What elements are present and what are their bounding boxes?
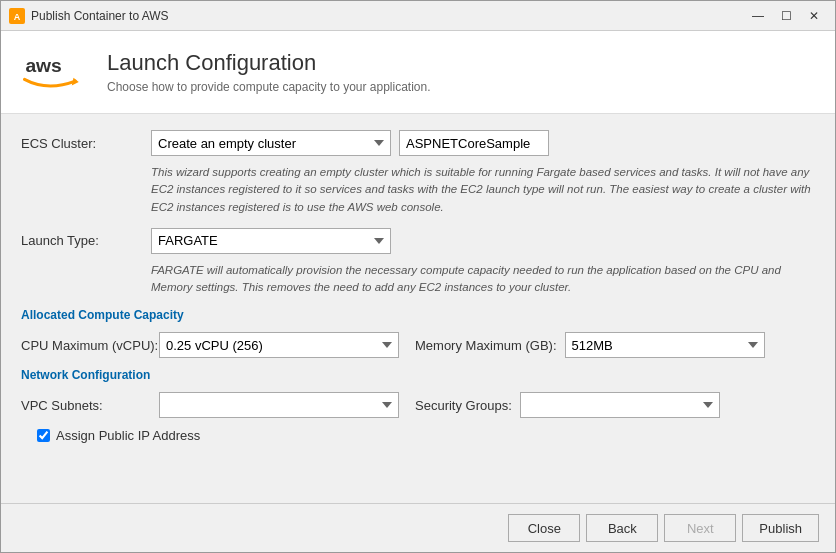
page-subtitle: Choose how to provide compute capacity t… (107, 80, 431, 94)
ecs-cluster-select[interactable]: Create an empty cluster (151, 130, 391, 156)
memory-group: Memory Maximum (GB): 512MB (415, 332, 765, 358)
minimize-button[interactable]: — (745, 6, 771, 26)
memory-select[interactable]: 512MB (565, 332, 765, 358)
ecs-cluster-label: ECS Cluster: (21, 136, 151, 151)
svg-marker-3 (72, 78, 79, 86)
close-button[interactable]: ✕ (801, 6, 827, 26)
launch-type-label: Launch Type: (21, 233, 151, 248)
back-button[interactable]: Back (586, 514, 658, 542)
assign-ip-checkbox[interactable] (37, 429, 50, 442)
sg-group: Security Groups: (415, 392, 720, 418)
content-area: ECS Cluster: Create an empty cluster Thi… (1, 114, 835, 503)
vpc-label: VPC Subnets: (21, 398, 151, 413)
vpc-select[interactable] (159, 392, 399, 418)
fargate-info-text: FARGATE will automatically provision the… (151, 262, 815, 297)
page-title: Launch Configuration (107, 50, 431, 76)
window-controls: — ☐ ✕ (745, 6, 827, 26)
vpc-sg-row: VPC Subnets: Security Groups: (21, 392, 815, 418)
sg-label: Security Groups: (415, 398, 512, 413)
svg-text:aws: aws (25, 55, 61, 76)
close-button[interactable]: Close (508, 514, 580, 542)
maximize-button[interactable]: ☐ (773, 6, 799, 26)
allocated-section-title: Allocated Compute Capacity (21, 308, 815, 322)
main-window: A Publish Container to AWS — ☐ ✕ aws Lau… (0, 0, 836, 553)
next-button[interactable]: Next (664, 514, 736, 542)
cpu-label: CPU Maximum (vCPU): (21, 338, 151, 353)
cpu-memory-row: CPU Maximum (vCPU): 0.25 vCPU (256) Memo… (21, 332, 815, 358)
publish-button[interactable]: Publish (742, 514, 819, 542)
assign-ip-label[interactable]: Assign Public IP Address (56, 428, 200, 443)
ecs-cluster-controls: Create an empty cluster (151, 130, 549, 156)
title-bar: A Publish Container to AWS — ☐ ✕ (1, 1, 835, 31)
sg-select[interactable] (520, 392, 720, 418)
ecs-info-text: This wizard supports creating an empty c… (151, 164, 815, 216)
network-section-title: Network Configuration (21, 368, 815, 382)
header-section: aws Launch Configuration Choose how to p… (1, 31, 835, 114)
header-text: Launch Configuration Choose how to provi… (107, 50, 431, 94)
window-title: Publish Container to AWS (31, 9, 745, 23)
ecs-cluster-row: ECS Cluster: Create an empty cluster (21, 130, 815, 156)
app-icon: A (9, 8, 25, 24)
svg-text:A: A (14, 12, 21, 22)
cpu-select[interactable]: 0.25 vCPU (256) (159, 332, 399, 358)
aws-logo: aws (21, 47, 91, 97)
launch-type-row: Launch Type: FARGATE (21, 228, 815, 254)
memory-label: Memory Maximum (GB): (415, 338, 557, 353)
cpu-group: CPU Maximum (vCPU): 0.25 vCPU (256) (21, 332, 399, 358)
assign-ip-row: Assign Public IP Address (37, 428, 815, 443)
cluster-name-input[interactable] (399, 130, 549, 156)
launch-type-select[interactable]: FARGATE (151, 228, 391, 254)
vpc-group: VPC Subnets: (21, 392, 399, 418)
footer: Close Back Next Publish (1, 503, 835, 552)
